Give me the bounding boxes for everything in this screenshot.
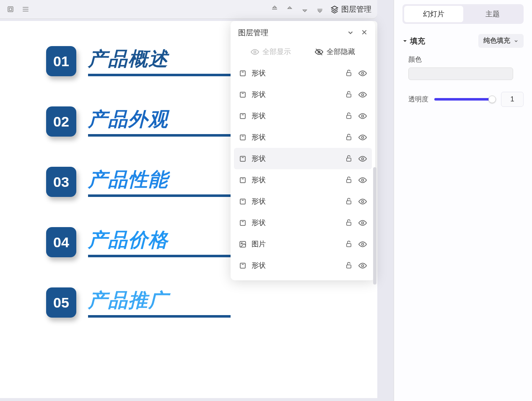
layer-item[interactable]: 形状 [234, 255, 372, 276]
visibility-icon[interactable] [358, 261, 367, 270]
lock-icon[interactable] [345, 91, 353, 99]
hide-all-button[interactable]: 全部隐藏 [315, 47, 355, 57]
layer-item[interactable]: 形状 [234, 148, 372, 169]
layer-item[interactable]: 形状 [234, 127, 372, 148]
opacity-label: 透明度 [408, 95, 428, 104]
svg-point-42 [362, 264, 364, 266]
hide-all-label: 全部隐藏 [327, 47, 355, 57]
shape-icon [239, 112, 247, 120]
lock-icon[interactable] [345, 155, 353, 163]
lock-icon[interactable] [345, 133, 353, 142]
layer-item-label: 形状 [252, 175, 266, 185]
layer-item[interactable]: 形状 [234, 62, 372, 84]
layer-management-button[interactable]: 图层管理 [330, 4, 371, 14]
send-to-back-icon[interactable] [315, 5, 324, 14]
color-label: 颜色 [408, 55, 524, 64]
toc-row[interactable]: 05 产品推广 [46, 287, 377, 318]
lock-icon[interactable] [345, 69, 353, 78]
svg-rect-24 [240, 156, 245, 161]
layer-item-label: 形状 [252, 132, 266, 142]
triangle-down-icon [402, 39, 407, 44]
layer-item-label: 形状 [252, 261, 266, 270]
toolbar-icon-left-1[interactable] [6, 5, 15, 14]
color-swatch[interactable] [408, 67, 513, 80]
lock-icon[interactable] [345, 219, 353, 227]
lock-icon[interactable] [345, 176, 353, 184]
layer-item[interactable]: 形状 [234, 84, 372, 105]
toc-number-box: 03 [46, 167, 76, 197]
svg-rect-41 [347, 265, 351, 268]
svg-rect-25 [347, 158, 351, 161]
opacity-value[interactable]: 1 [501, 92, 524, 107]
toc-underline [88, 134, 231, 137]
opacity-slider[interactable] [434, 98, 495, 101]
visibility-icon[interactable] [358, 219, 367, 227]
toc-title: 产品概述 [88, 46, 231, 72]
layer-item[interactable]: 形状 [234, 105, 372, 127]
layer-item[interactable]: 形状 [234, 212, 372, 233]
svg-rect-19 [347, 115, 351, 119]
visibility-icon[interactable] [358, 176, 367, 184]
visibility-icon[interactable] [358, 240, 367, 248]
toc-number-box: 01 [46, 46, 76, 76]
sidebar-tabs: 幻灯片 主题 [402, 4, 524, 24]
lock-icon[interactable] [345, 240, 353, 248]
visibility-icon[interactable] [358, 69, 367, 78]
toc-underline [88, 255, 231, 257]
layer-item-label: 形状 [252, 90, 266, 99]
lock-icon[interactable] [345, 112, 353, 120]
lock-icon[interactable] [345, 261, 353, 270]
tab-slide[interactable]: 幻灯片 [404, 6, 463, 22]
shape-icon [239, 70, 247, 77]
visibility-icon[interactable] [358, 197, 367, 206]
svg-point-35 [362, 222, 364, 224]
svg-rect-30 [240, 199, 245, 204]
visibility-icon[interactable] [358, 133, 367, 142]
tab-theme[interactable]: 主题 [463, 6, 522, 22]
svg-point-14 [362, 72, 364, 74]
svg-rect-22 [347, 137, 351, 140]
layer-item[interactable]: 形状 [234, 169, 372, 191]
svg-rect-31 [347, 201, 351, 204]
layer-item[interactable]: 图片 [234, 233, 372, 255]
toolbar-icon-left-2[interactable] [21, 5, 30, 14]
svg-point-29 [362, 179, 364, 181]
toc-number-box: 04 [46, 227, 76, 257]
visibility-icon[interactable] [358, 91, 367, 99]
svg-rect-18 [240, 114, 245, 119]
show-all-button[interactable]: 全部显示 [251, 47, 291, 57]
send-backward-icon[interactable] [300, 5, 309, 14]
svg-rect-13 [347, 72, 351, 76]
layer-item-label: 形状 [252, 68, 266, 78]
svg-rect-38 [347, 243, 351, 247]
toc-underline [88, 315, 231, 318]
bring-forward-icon[interactable] [285, 5, 294, 14]
svg-rect-28 [347, 179, 351, 183]
visibility-icon[interactable] [358, 112, 367, 120]
visibility-icon[interactable] [358, 155, 367, 163]
close-icon[interactable] [361, 29, 368, 36]
svg-rect-1 [9, 8, 12, 10]
collapse-icon[interactable] [347, 29, 354, 36]
fill-section-label: 填充 [410, 36, 425, 46]
slider-thumb[interactable] [488, 96, 496, 103]
svg-rect-40 [240, 263, 245, 268]
layer-item-label: 图片 [252, 239, 266, 249]
shape-icon [239, 134, 247, 141]
bring-to-front-icon[interactable] [270, 5, 279, 14]
right-sidebar: 幻灯片 主题 填充 纯色填充 颜色 透明度 1 [394, 0, 532, 401]
layer-scrollbar[interactable] [373, 167, 376, 285]
shape-icon [239, 198, 247, 205]
shape-icon [239, 91, 247, 98]
svg-rect-34 [347, 222, 351, 225]
layer-item[interactable]: 形状 [234, 191, 372, 212]
fill-type-select[interactable]: 纯色填充 [478, 34, 524, 48]
toc-number-box: 02 [46, 106, 76, 137]
show-all-label: 全部显示 [262, 47, 291, 57]
lock-icon[interactable] [345, 197, 353, 206]
toc-title: 产品性能 [88, 167, 231, 193]
toc-number-box: 05 [46, 287, 76, 318]
image-icon [239, 241, 247, 248]
layer-item-label: 形状 [252, 218, 266, 228]
svg-rect-21 [240, 135, 245, 140]
